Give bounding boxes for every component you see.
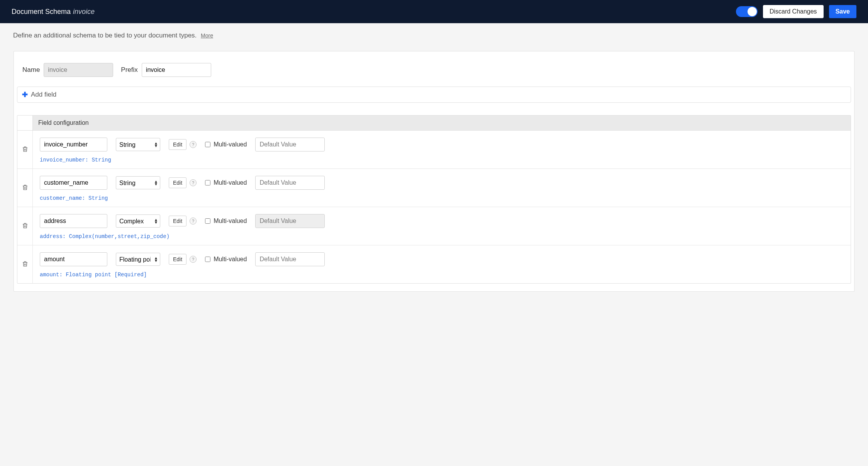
field-controls: String ▲▼ Edit ? Multi-valued	[40, 176, 844, 190]
description-row: Define an additional schema to be tied t…	[0, 23, 868, 43]
edit-button[interactable]: Edit	[169, 216, 186, 226]
multi-valued-checkbox[interactable]	[205, 218, 210, 224]
default-value-input[interactable]	[255, 252, 325, 266]
trash-icon	[22, 146, 29, 154]
field-table: Field configuration String ▲▼ Edit ?	[17, 115, 851, 284]
help-icon[interactable]: ?	[190, 218, 197, 224]
field-body: Floating poi ▲▼ Edit ? Multi-valued amou…	[33, 245, 851, 283]
multi-valued-group[interactable]: Multi-valued	[205, 179, 247, 186]
field-signature: customer_name: String	[40, 195, 844, 201]
field-name-input[interactable]	[40, 138, 107, 151]
multi-valued-group[interactable]: Multi-valued	[205, 256, 247, 263]
page-title-prefix: Document Schema	[12, 8, 71, 16]
header-handle-cell	[17, 116, 33, 130]
edit-button[interactable]: Edit	[169, 139, 186, 150]
topbar-actions: Discard Changes Save	[736, 5, 856, 18]
help-icon[interactable]: ?	[190, 141, 197, 148]
table-row: Floating poi ▲▼ Edit ? Multi-valued amou…	[17, 245, 851, 283]
multi-valued-group[interactable]: Multi-valued	[205, 218, 247, 224]
schema-panel: Name Prefix ✚ Add field Field configurat…	[14, 51, 854, 292]
multi-valued-label: Multi-valued	[214, 141, 247, 148]
help-icon[interactable]: ?	[190, 179, 197, 186]
field-signature: invoice_number: String	[40, 157, 844, 163]
field-name-input[interactable]	[40, 214, 107, 228]
edit-button[interactable]: Edit	[169, 177, 186, 188]
default-value-input[interactable]	[255, 138, 325, 151]
trash-icon	[22, 260, 29, 269]
field-name-input[interactable]	[40, 176, 107, 190]
toggle-knob	[748, 7, 757, 16]
field-type-select[interactable]: String	[116, 138, 160, 151]
delete-cell[interactable]	[17, 131, 33, 168]
delete-cell[interactable]	[17, 245, 33, 283]
trash-icon	[22, 184, 29, 192]
default-value-input[interactable]	[255, 176, 325, 190]
field-signature: address: Complex(number,street,zip_code)	[40, 233, 844, 240]
field-type-select[interactable]: Floating poi	[116, 253, 160, 266]
multi-valued-checkbox[interactable]	[205, 257, 210, 262]
page-title-schema: invoice	[73, 8, 95, 16]
field-body: String ▲▼ Edit ? Multi-valued invoice_nu…	[33, 131, 851, 168]
multi-valued-label: Multi-valued	[214, 256, 247, 263]
table-row: String ▲▼ Edit ? Multi-valued customer_n…	[17, 169, 851, 207]
add-field-button[interactable]: ✚ Add field	[17, 87, 851, 103]
field-body: Complex ▲▼ Edit ? Multi-valued address: …	[33, 207, 851, 245]
multi-valued-group[interactable]: Multi-valued	[205, 141, 247, 148]
delete-cell[interactable]	[17, 169, 33, 207]
help-icon[interactable]: ?	[190, 256, 197, 263]
save-button[interactable]: Save	[829, 5, 856, 18]
field-type-select[interactable]: Complex	[116, 214, 160, 228]
discard-button[interactable]: Discard Changes	[763, 5, 824, 18]
prefix-label: Prefix	[121, 66, 137, 74]
schema-name-row: Name Prefix	[14, 63, 854, 87]
add-field-label: Add field	[31, 91, 56, 99]
multi-valued-label: Multi-valued	[214, 179, 247, 186]
field-controls: Complex ▲▼ Edit ? Multi-valued	[40, 214, 844, 228]
field-controls: Floating poi ▲▼ Edit ? Multi-valued	[40, 252, 844, 266]
field-type-select[interactable]: String	[116, 176, 160, 189]
default-value-input	[255, 214, 325, 228]
page-title: Document Schema invoice	[12, 8, 95, 16]
topbar: Document Schema invoice Discard Changes …	[0, 0, 868, 23]
name-label: Name	[22, 66, 40, 74]
description-text: Define an additional schema to be tied t…	[13, 32, 197, 39]
trash-icon	[22, 222, 29, 230]
field-name-input[interactable]	[40, 252, 107, 266]
more-link[interactable]: More	[201, 32, 213, 39]
edit-button[interactable]: Edit	[169, 254, 186, 265]
table-row: Complex ▲▼ Edit ? Multi-valued address: …	[17, 207, 851, 245]
field-table-header-label: Field configuration	[33, 116, 851, 130]
active-toggle[interactable]	[736, 6, 758, 17]
multi-valued-checkbox[interactable]	[205, 142, 210, 147]
plus-icon: ✚	[22, 91, 28, 98]
field-table-header: Field configuration	[17, 116, 851, 131]
prefix-input[interactable]	[142, 63, 211, 77]
multi-valued-checkbox[interactable]	[205, 180, 210, 185]
name-input	[44, 63, 113, 77]
multi-valued-label: Multi-valued	[214, 218, 247, 224]
field-body: String ▲▼ Edit ? Multi-valued customer_n…	[33, 169, 851, 207]
field-signature: amount: Floating point [Required]	[40, 272, 844, 278]
field-controls: String ▲▼ Edit ? Multi-valued	[40, 138, 844, 151]
delete-cell[interactable]	[17, 207, 33, 245]
table-row: String ▲▼ Edit ? Multi-valued invoice_nu…	[17, 131, 851, 169]
